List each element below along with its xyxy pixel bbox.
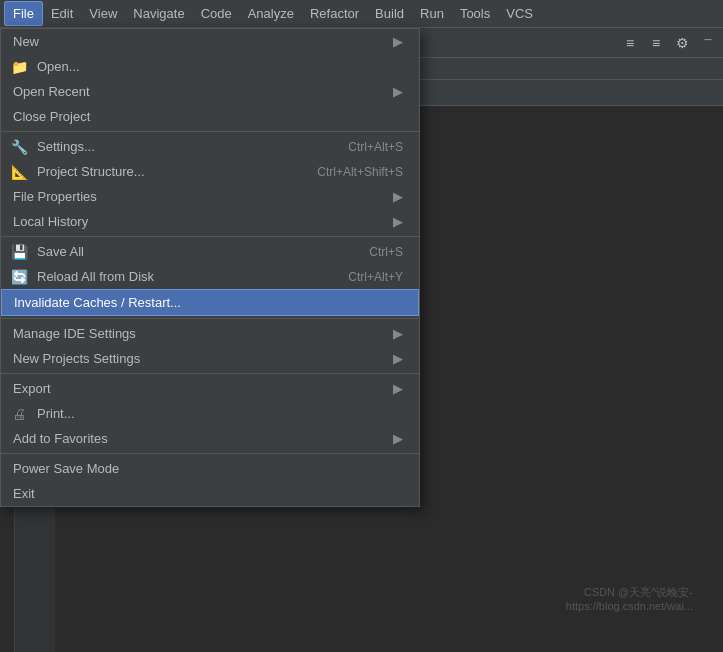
- menu-item-exit[interactable]: Exit: [1, 481, 419, 506]
- menu-icon-8: 💾: [9, 244, 29, 260]
- watermark-line1: CSDN @天亮^说晚安-: [566, 585, 693, 600]
- menu-item-label-0: New: [13, 34, 393, 49]
- menu-item-label-17: Exit: [13, 486, 403, 501]
- menu-icon-4: 🔧: [9, 139, 29, 155]
- menu-item-local-history[interactable]: Local History▶: [1, 209, 419, 234]
- menu-item-add-to-favorites[interactable]: Add to Favorites▶: [1, 426, 419, 451]
- menu-shortcut-4: Ctrl+Alt+S: [348, 140, 403, 154]
- menu-item-print-[interactable]: 🖨Print...: [1, 401, 419, 426]
- watermark: CSDN @天亮^说晚安- https://blog.csdn.net/wai.…: [566, 585, 693, 612]
- menu-icon-9: 🔄: [9, 269, 29, 285]
- menu-arrow-0: ▶: [393, 34, 403, 49]
- menu-icon-5: 📐: [9, 164, 29, 180]
- menu-item-export[interactable]: Export▶: [1, 376, 419, 401]
- menu-item-label-16: Power Save Mode: [13, 461, 403, 476]
- menu-separator-15: [1, 453, 419, 454]
- align-center-icon[interactable]: ≡: [619, 32, 641, 54]
- menu-icon-14: 🖨: [9, 406, 29, 422]
- menu-item-manage-ide-settings[interactable]: Manage IDE Settings▶: [1, 321, 419, 346]
- menubar-item-refactor[interactable]: Refactor: [302, 2, 367, 25]
- menu-arrow-6: ▶: [393, 189, 403, 204]
- menu-item-label-7: Local History: [13, 214, 393, 229]
- menu-item-new-projects-settings[interactable]: New Projects Settings▶: [1, 346, 419, 371]
- settings-icon[interactable]: ⚙: [671, 32, 693, 54]
- menubar-item-file[interactable]: File: [4, 1, 43, 26]
- menu-arrow-13: ▶: [393, 381, 403, 396]
- menu-item-file-properties[interactable]: File Properties▶: [1, 184, 419, 209]
- menu-item-label-2: Open Recent: [13, 84, 393, 99]
- menu-item-invalidate-caches-restart-[interactable]: Invalidate Caches / Restart...: [1, 289, 419, 316]
- menubar-item-run[interactable]: Run: [412, 2, 452, 25]
- menu-item-label-4: Settings...: [37, 139, 348, 154]
- menu-item-open-[interactable]: 📁Open...: [1, 54, 419, 79]
- menu-item-label-5: Project Structure...: [37, 164, 317, 179]
- menu-item-label-6: File Properties: [13, 189, 393, 204]
- menu-item-reload-all-from-disk[interactable]: 🔄Reload All from DiskCtrl+Alt+Y: [1, 264, 419, 289]
- menu-item-label-8: Save All: [37, 244, 369, 259]
- menu-arrow-11: ▶: [393, 326, 403, 341]
- align-left-icon[interactable]: ≡: [645, 32, 667, 54]
- menubar: File Edit View Navigate Code Analyze Ref…: [0, 0, 723, 28]
- menubar-item-code[interactable]: Code: [193, 2, 240, 25]
- menu-item-power-save-mode[interactable]: Power Save Mode: [1, 456, 419, 481]
- menu-item-label-10: Invalidate Caches / Restart...: [14, 295, 402, 310]
- menu-separator-7: [1, 236, 419, 237]
- menu-arrow-12: ▶: [393, 351, 403, 366]
- menu-item-label-1: Open...: [37, 59, 403, 74]
- menu-item-label-13: Export: [13, 381, 393, 396]
- menu-separator-3: [1, 131, 419, 132]
- menubar-item-navigate[interactable]: Navigate: [125, 2, 192, 25]
- menu-item-label-14: Print...: [37, 406, 403, 421]
- menu-item-settings-[interactable]: 🔧Settings...Ctrl+Alt+S: [1, 134, 419, 159]
- menubar-item-tools[interactable]: Tools: [452, 2, 498, 25]
- menubar-item-view[interactable]: View: [81, 2, 125, 25]
- menu-item-label-12: New Projects Settings: [13, 351, 393, 366]
- menu-item-label-9: Reload All from Disk: [37, 269, 348, 284]
- menubar-item-build[interactable]: Build: [367, 2, 412, 25]
- menu-item-save-all[interactable]: 💾Save AllCtrl+S: [1, 239, 419, 264]
- watermark-line2: https://blog.csdn.net/wai...: [566, 600, 693, 612]
- menubar-item-analyze[interactable]: Analyze: [240, 2, 302, 25]
- menu-shortcut-9: Ctrl+Alt+Y: [348, 270, 403, 284]
- menu-separator-10: [1, 318, 419, 319]
- minimize-icon[interactable]: ─: [697, 29, 719, 51]
- menu-item-project-structure-[interactable]: 📐Project Structure...Ctrl+Alt+Shift+S: [1, 159, 419, 184]
- menu-shortcut-5: Ctrl+Alt+Shift+S: [317, 165, 403, 179]
- menu-item-label-11: Manage IDE Settings: [13, 326, 393, 341]
- menu-item-open-recent[interactable]: Open Recent▶: [1, 79, 419, 104]
- menu-arrow-7: ▶: [393, 214, 403, 229]
- menu-arrow-15: ▶: [393, 431, 403, 446]
- menu-item-new[interactable]: New▶: [1, 29, 419, 54]
- menu-arrow-2: ▶: [393, 84, 403, 99]
- menu-item-label-3: Close Project: [13, 109, 403, 124]
- menu-separator-12: [1, 373, 419, 374]
- menu-item-close-project[interactable]: Close Project: [1, 104, 419, 129]
- menu-item-label-15: Add to Favorites: [13, 431, 393, 446]
- menubar-item-edit[interactable]: Edit: [43, 2, 81, 25]
- file-dropdown-menu: New▶📁Open...Open Recent▶Close Project🔧Se…: [0, 28, 420, 507]
- menu-shortcut-8: Ctrl+S: [369, 245, 403, 259]
- menubar-item-vcs[interactable]: VCS: [498, 2, 541, 25]
- menu-icon-1: 📁: [9, 59, 29, 75]
